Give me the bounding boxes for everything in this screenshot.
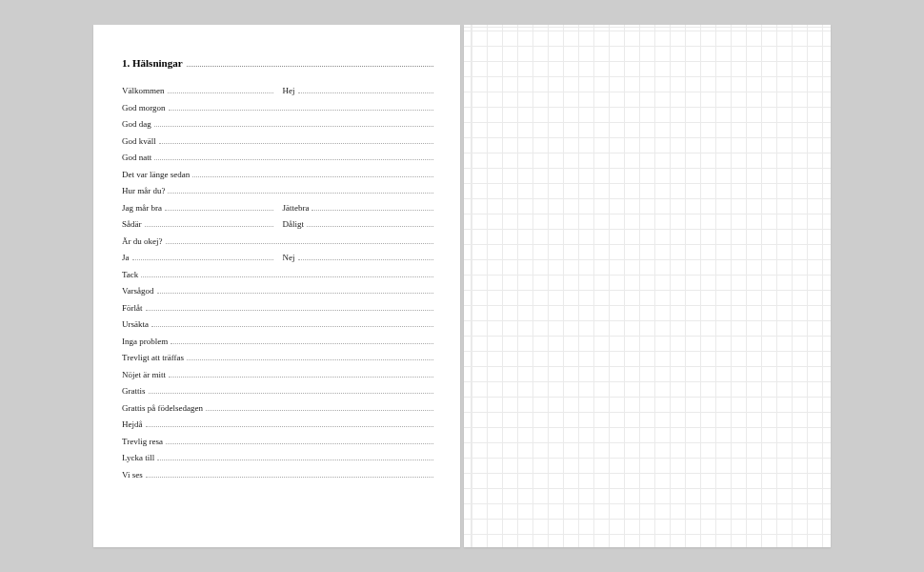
list-entry: Förlåt [122, 303, 433, 313]
vocabulary-list: VälkommenHejGod morgonGod dagGod kvällGo… [122, 86, 433, 480]
list-row: Inga problem [122, 337, 433, 346]
list-entry: Lycka till [122, 453, 433, 462]
dotted-line [146, 304, 434, 311]
heading-row: 1. Hälsningar [122, 57, 433, 69]
term-label: Jag mår bra [122, 203, 165, 213]
page-title: 1. Hälsningar [122, 57, 183, 69]
list-row: Trevligt att träffas [122, 353, 433, 362]
list-row: Nöjet är mitt [122, 370, 433, 379]
list-row: Lycka till [122, 453, 433, 462]
list-row: Hejdå [122, 419, 433, 429]
term-label: Ja [122, 253, 132, 262]
dotted-line [298, 87, 434, 93]
term-label: Grattis på födelsedagen [122, 403, 206, 413]
list-row: Jag mår braJättebra [122, 203, 433, 213]
list-entry: Vi ses [122, 470, 433, 480]
list-entry: Välkommen [122, 86, 273, 95]
dotted-line [192, 171, 433, 177]
dotted-line [145, 220, 273, 227]
list-entry: Är du okej? [122, 236, 433, 246]
term-label: Varsågod [122, 286, 157, 296]
dotted-line [154, 120, 433, 127]
dotted-line [311, 204, 433, 211]
term-label: Hur mår du? [122, 186, 168, 195]
list-entry: God natt [122, 153, 433, 162]
term-label: God natt [122, 153, 154, 162]
term-label: Förlåt [122, 303, 146, 313]
term-label: Jättebra [283, 203, 312, 213]
list-entry: Det var länge sedan [122, 170, 433, 179]
list-entry: Inga problem [122, 337, 433, 346]
dotted-line [157, 454, 433, 460]
list-entry: Tack [122, 270, 433, 279]
list-row: God kväll [122, 136, 433, 146]
dotted-line [166, 237, 434, 244]
term-label: Nej [283, 253, 298, 262]
page-spread: 1. Hälsningar VälkommenHejGod morgonGod … [93, 25, 831, 547]
term-label: Grattis [122, 386, 149, 396]
term-label: Dåligt [283, 219, 308, 229]
dotted-line [169, 104, 433, 111]
list-entry: Trevligt att träffas [122, 353, 433, 362]
term-label: Trevligt att träffas [122, 353, 187, 362]
dotted-line [146, 471, 433, 478]
term-label: God morgon [122, 103, 169, 112]
term-label: Nöjet är mitt [122, 370, 169, 379]
list-entry: God morgon [122, 103, 433, 112]
term-label: Lycka till [122, 453, 157, 462]
list-row: God dag [122, 119, 433, 129]
list-row: Ursäkta [122, 319, 433, 329]
dotted-line [169, 371, 433, 378]
list-row: Tack [122, 270, 433, 279]
dotted-line [146, 420, 434, 427]
list-row: SådärDåligt [122, 219, 433, 229]
list-entry: Ja [122, 253, 273, 262]
right-page-grid [464, 25, 831, 547]
term-label: Vi ses [122, 470, 146, 480]
dotted-line [132, 254, 273, 260]
left-page: 1. Hälsningar VälkommenHejGod morgonGod … [93, 25, 460, 547]
term-label: Är du okej? [122, 236, 166, 246]
term-label: Välkommen [122, 86, 168, 95]
term-label: Trevlig resa [122, 437, 166, 446]
term-label: Hejdå [122, 419, 146, 429]
dotted-line [307, 220, 433, 227]
term-label: Inga problem [122, 337, 171, 346]
list-row: God morgon [122, 103, 433, 112]
list-entry: Sådär [122, 219, 273, 229]
list-entry: Nöjet är mitt [122, 370, 433, 379]
list-row: Är du okej? [122, 236, 433, 246]
list-row: Vi ses [122, 470, 433, 480]
list-entry: Jättebra [283, 203, 434, 213]
list-entry: God dag [122, 119, 433, 129]
term-label: God dag [122, 119, 154, 129]
list-entry: Jag mår bra [122, 203, 273, 213]
dotted-line [165, 204, 273, 211]
dotted-line [298, 254, 434, 260]
list-row: God natt [122, 153, 433, 162]
list-row: Grattis [122, 386, 433, 396]
list-entry: Varsågod [122, 286, 433, 296]
dotted-line [149, 387, 434, 394]
heading-dotted-line [187, 59, 433, 67]
dotted-line [151, 320, 433, 327]
list-entry: Hejdå [122, 419, 433, 429]
term-label: Tack [122, 270, 141, 279]
list-entry: Hej [283, 86, 434, 95]
dotted-line [159, 137, 433, 144]
list-row: Grattis på födelsedagen [122, 403, 433, 413]
list-entry: Ursäkta [122, 319, 433, 329]
list-entry: Nej [283, 253, 434, 262]
term-label: Ursäkta [122, 319, 151, 329]
dotted-line [154, 153, 433, 160]
list-entry: Trevlig resa [122, 437, 433, 446]
list-row: Hur mår du? [122, 186, 433, 195]
dotted-line [206, 404, 433, 411]
list-row: VälkommenHej [122, 86, 433, 95]
dotted-line [168, 87, 273, 93]
list-entry: Dåligt [283, 219, 434, 229]
list-entry: Hur mår du? [122, 186, 433, 195]
dotted-line [168, 187, 433, 194]
list-row: Trevlig resa [122, 437, 433, 446]
term-label: Det var länge sedan [122, 170, 192, 179]
